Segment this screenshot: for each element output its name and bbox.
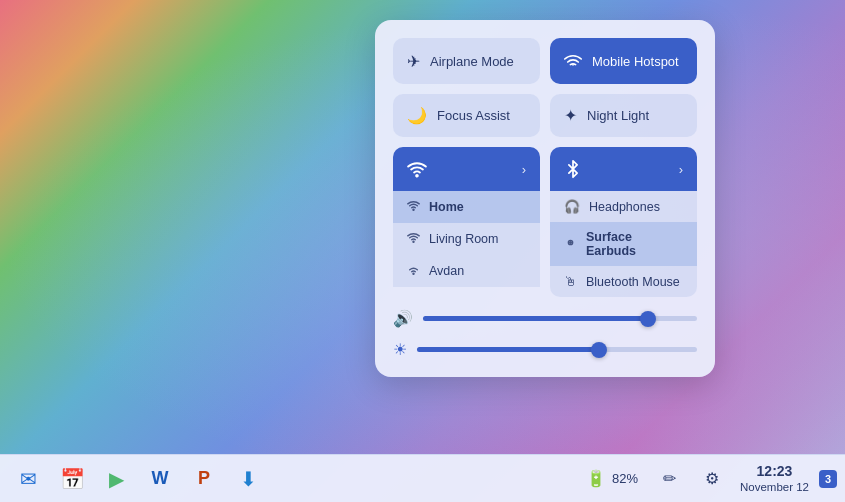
bluetooth-column: › 🎧 Headphones Surface Earbuds 🖱 Bluetoo… <box>550 147 697 297</box>
calendar-app[interactable]: 📅 <box>52 460 92 498</box>
wifi-item-avdan[interactable]: Avdan <box>393 255 540 287</box>
quick-settings-panel: ✈ Airplane Mode Mobile Hotspot 🌙 Focus A… <box>375 20 715 377</box>
powerpoint-icon: P <box>198 468 210 489</box>
wifi-avdan-icon <box>407 263 420 279</box>
media-icon: ▶ <box>109 467 124 491</box>
hotspot-icon <box>564 50 582 72</box>
pen-icon: ✏ <box>663 469 676 488</box>
airplane-icon: ✈ <box>407 52 420 71</box>
wifi-avdan-label: Avdan <box>429 264 464 278</box>
svg-point-0 <box>416 175 418 177</box>
focus-assist-tile[interactable]: 🌙 Focus Assist <box>393 94 540 137</box>
taskbar: ✉ 📅 ▶ W P ⬇ 🔋 82% ✏ ⚙ 12:2 <box>0 454 845 502</box>
wifi-column: › Home Living Room <box>393 147 540 297</box>
battery-icon: 🔋 <box>586 469 606 488</box>
svg-point-2 <box>413 241 414 242</box>
wifi-item-living-room[interactable]: Living Room <box>393 223 540 255</box>
wifi-chevron: › <box>522 162 526 177</box>
brightness-fill <box>417 347 599 352</box>
download-icon: ⬇ <box>240 467 257 491</box>
volume-icon: 🔊 <box>393 309 413 328</box>
tile-row-1: ✈ Airplane Mode Mobile Hotspot <box>393 38 697 84</box>
brightness-icon: ☀ <box>393 340 407 359</box>
media-app[interactable]: ▶ <box>96 460 136 498</box>
mail-app[interactable]: ✉ <box>8 460 48 498</box>
powerpoint-app[interactable]: P <box>184 460 224 498</box>
expand-section: › Home Living Room <box>393 147 697 297</box>
mobile-hotspot-tile[interactable]: Mobile Hotspot <box>550 38 697 84</box>
wifi-header[interactable]: › <box>393 147 540 191</box>
download-app[interactable]: ⬇ <box>228 460 268 498</box>
clock[interactable]: 12:23 November 12 <box>730 462 819 495</box>
settings-button[interactable]: ⚙ <box>694 461 730 497</box>
battery-percent: 82% <box>612 471 638 486</box>
mouse-label: Bluetooth Mouse <box>586 275 680 289</box>
wifi-home-label: Home <box>429 200 464 214</box>
wifi-living-room-icon <box>407 231 420 247</box>
wifi-list: Home Living Room Avdan <box>393 191 540 287</box>
svg-point-3 <box>413 273 414 274</box>
calendar-icon: 📅 <box>60 467 85 491</box>
svg-point-1 <box>413 209 414 210</box>
focus-assist-label: Focus Assist <box>437 108 510 123</box>
wifi-home-icon <box>407 199 420 215</box>
wifi-icon <box>407 159 427 179</box>
bluetooth-item-headphones[interactable]: 🎧 Headphones <box>550 191 697 222</box>
brightness-slider-row: ☀ <box>393 340 697 359</box>
bluetooth-item-earbuds[interactable]: Surface Earbuds <box>550 222 697 266</box>
focus-icon: 🌙 <box>407 106 427 125</box>
headphones-icon: 🎧 <box>564 199 580 214</box>
volume-slider-row: 🔊 <box>393 309 697 328</box>
taskbar-apps: ✉ 📅 ▶ W P ⬇ <box>8 460 578 498</box>
airplane-mode-tile[interactable]: ✈ Airplane Mode <box>393 38 540 84</box>
wifi-item-home[interactable]: Home <box>393 191 540 223</box>
word-icon: W <box>152 468 169 489</box>
clock-date: November 12 <box>740 480 809 495</box>
airplane-mode-label: Airplane Mode <box>430 54 514 69</box>
taskbar-right: 12:23 November 12 3 <box>730 462 837 495</box>
bluetooth-item-mouse[interactable]: 🖱 Bluetooth Mouse <box>550 266 697 297</box>
svg-point-5 <box>570 242 572 244</box>
mail-icon: ✉ <box>20 467 37 491</box>
night-light-tile[interactable]: ✦ Night Light <box>550 94 697 137</box>
volume-track[interactable] <box>423 316 697 321</box>
brightness-thumb[interactable] <box>591 342 607 358</box>
brightness-track[interactable] <box>417 347 697 352</box>
tile-row-2: 🌙 Focus Assist ✦ Night Light <box>393 94 697 137</box>
bluetooth-header[interactable]: › <box>550 147 697 191</box>
bluetooth-chevron: › <box>679 162 683 177</box>
mouse-icon: 🖱 <box>564 274 577 289</box>
word-app[interactable]: W <box>140 460 180 498</box>
settings-icon: ⚙ <box>705 469 719 488</box>
taskbar-center: 🔋 82% ✏ ⚙ <box>578 461 730 497</box>
mobile-hotspot-label: Mobile Hotspot <box>592 54 679 69</box>
night-light-label: Night Light <box>587 108 649 123</box>
volume-thumb[interactable] <box>640 311 656 327</box>
pen-button[interactable]: ✏ <box>652 461 688 497</box>
wifi-living-room-label: Living Room <box>429 232 498 246</box>
earbuds-icon <box>564 236 577 252</box>
bluetooth-icon <box>564 159 582 179</box>
earbuds-label: Surface Earbuds <box>586 230 683 258</box>
bluetooth-list: 🎧 Headphones Surface Earbuds 🖱 Bluetooth… <box>550 191 697 297</box>
battery-area: 🔋 82% <box>578 469 646 488</box>
night-light-icon: ✦ <box>564 106 577 125</box>
volume-fill <box>423 316 648 321</box>
clock-time: 12:23 <box>757 462 793 480</box>
headphones-label: Headphones <box>589 200 660 214</box>
notification-badge[interactable]: 3 <box>819 470 837 488</box>
